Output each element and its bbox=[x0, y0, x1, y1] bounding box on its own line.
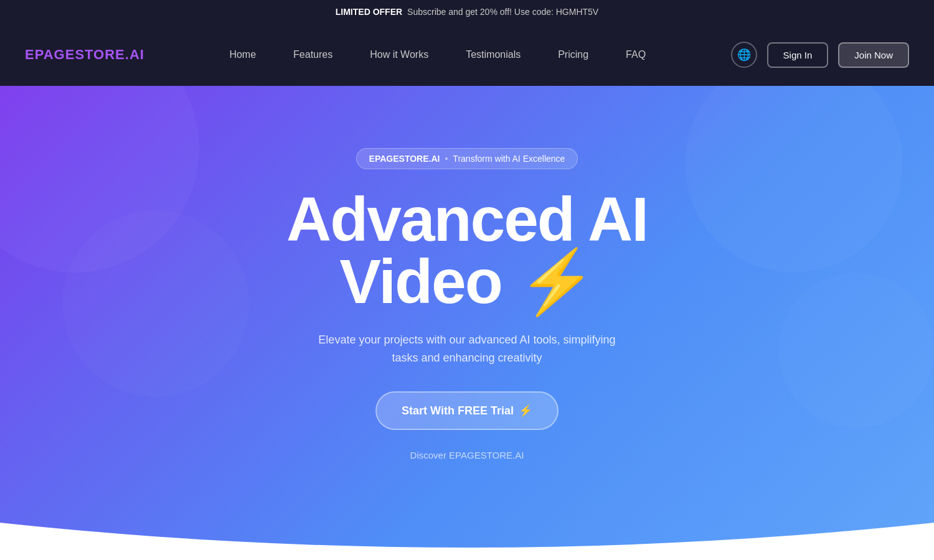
signin-button[interactable]: Sign In bbox=[767, 42, 829, 68]
cta-label: Start With FREE Trial bbox=[402, 404, 514, 418]
hero-bottom-curve bbox=[0, 485, 934, 560]
announcement-bar: LIMITED OFFER Subscribe and get 20% off!… bbox=[0, 0, 934, 24]
nav-item-how-it-works[interactable]: How it Works bbox=[351, 43, 447, 67]
hero-title-line1: Advanced AI bbox=[286, 184, 648, 254]
hero-title: Advanced AI Video ⚡ bbox=[286, 188, 648, 312]
globe-icon: 🌐 bbox=[737, 48, 751, 62]
limited-offer-label: LIMITED OFFER bbox=[336, 7, 402, 17]
logo-prefix: EPAGE bbox=[25, 47, 75, 62]
nav-links: Home Features How it Works Testimonials … bbox=[210, 43, 664, 67]
nav-item-faq[interactable]: FAQ bbox=[607, 43, 664, 67]
language-button[interactable]: 🌐 bbox=[731, 42, 757, 68]
badge-tagline: Transform with AI Excellence bbox=[453, 154, 565, 164]
bg-circle-4 bbox=[778, 273, 934, 428]
hero-subtitle: Elevate your projects with our advanced … bbox=[311, 331, 623, 367]
join-now-button[interactable]: Join Now bbox=[838, 42, 909, 68]
announcement-text: Subscribe and get 20% off! Use code: HGM… bbox=[407, 7, 598, 17]
logo[interactable]: EPAGESTORE.AI bbox=[25, 47, 144, 63]
bg-circle-2 bbox=[62, 210, 249, 397]
hero-badge: EPAGESTORE.AI • Transform with AI Excell… bbox=[356, 148, 578, 169]
hero-title-line2: Video bbox=[339, 246, 501, 316]
nav-item-testimonials[interactable]: Testimonials bbox=[447, 43, 539, 67]
hero-title-lightning: ⚡ bbox=[518, 246, 595, 316]
nav-item-pricing[interactable]: Pricing bbox=[539, 43, 607, 67]
nav-right: 🌐 Sign In Join Now bbox=[731, 42, 909, 68]
badge-brand: EPAGESTORE.AI bbox=[369, 154, 440, 164]
discover-link[interactable]: Discover EPAGESTORE.AI bbox=[286, 450, 648, 460]
badge-dot: • bbox=[445, 154, 448, 164]
navbar: EPAGESTORE.AI Home Features How it Works… bbox=[0, 24, 934, 86]
cta-button[interactable]: Start With FREE Trial ⚡ bbox=[375, 391, 559, 430]
logo-suffix: STORE.AI bbox=[75, 47, 144, 62]
cta-lightning-icon: ⚡ bbox=[519, 404, 532, 418]
hero-section: EPAGESTORE.AI • Transform with AI Excell… bbox=[0, 86, 934, 560]
hero-content: EPAGESTORE.AI • Transform with AI Excell… bbox=[274, 136, 660, 474]
nav-item-home[interactable]: Home bbox=[210, 43, 275, 67]
nav-item-features[interactable]: Features bbox=[275, 43, 351, 67]
